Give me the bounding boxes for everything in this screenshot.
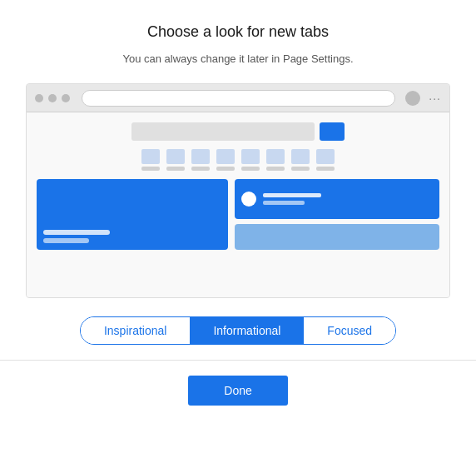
browser-forward-btn — [48, 94, 57, 102]
layout-tab-selector: Inspirational Informational Focused — [80, 316, 396, 345]
browser-preview: ··· — [26, 83, 450, 298]
subtitle-text: You can always change it later in Page S… — [122, 52, 353, 65]
browser-menu-dots: ··· — [429, 92, 441, 105]
card-line-2 — [43, 238, 89, 243]
tab-inspirational[interactable]: Inspirational — [81, 317, 191, 344]
quick-link-label-8 — [316, 167, 335, 171]
horizontal-divider — [0, 360, 476, 361]
browser-content-area — [27, 112, 449, 297]
quick-link-label-4 — [216, 167, 235, 171]
quick-link-icon-2 — [166, 149, 185, 164]
card-article-bottom — [235, 224, 439, 250]
quick-link-6 — [266, 149, 285, 171]
mock-search-button — [320, 122, 345, 141]
card-avatar-icon — [241, 192, 256, 207]
browser-profile-icon — [405, 91, 420, 106]
quick-link-icon-7 — [291, 149, 310, 164]
card-right-column — [235, 179, 439, 250]
browser-toolbar: ··· — [27, 84, 449, 112]
quick-link-label-5 — [241, 167, 260, 171]
quick-link-icon-5 — [241, 149, 260, 164]
card-left-text-block — [43, 230, 110, 243]
card-line-1 — [43, 230, 110, 235]
card-article-text — [263, 193, 321, 205]
quick-link-label-2 — [166, 167, 185, 171]
quick-link-label-7 — [291, 167, 310, 171]
search-bar-row — [37, 122, 439, 141]
quick-link-2 — [166, 149, 185, 171]
quick-link-label-3 — [191, 167, 210, 171]
done-button[interactable]: Done — [188, 376, 288, 406]
tab-focused[interactable]: Focused — [304, 317, 395, 344]
quick-link-label-1 — [141, 167, 160, 171]
content-cards-row — [37, 179, 439, 250]
quick-link-icon-6 — [266, 149, 285, 164]
quick-link-5 — [241, 149, 260, 171]
quick-link-icon-4 — [216, 149, 235, 164]
browser-url-bar — [82, 90, 395, 107]
card-text-line-2 — [263, 201, 305, 205]
quick-link-icon-8 — [316, 149, 335, 164]
quick-links-row — [37, 149, 439, 171]
tab-informational[interactable]: Informational — [190, 317, 304, 344]
quick-link-icon-1 — [141, 149, 160, 164]
browser-refresh-btn — [62, 94, 70, 102]
quick-link-1 — [141, 149, 160, 171]
browser-back-btn — [35, 94, 43, 102]
quick-link-3 — [191, 149, 210, 171]
quick-link-label-6 — [266, 167, 285, 171]
quick-link-icon-3 — [191, 149, 210, 164]
page-title: Choose a look for new tabs — [147, 23, 329, 41]
mock-search-bar — [131, 122, 315, 141]
card-featured — [37, 179, 228, 250]
quick-link-7 — [291, 149, 310, 171]
card-text-line-1 — [263, 193, 321, 197]
card-article-top — [235, 179, 439, 219]
quick-link-4 — [216, 149, 235, 171]
quick-link-8 — [316, 149, 335, 171]
